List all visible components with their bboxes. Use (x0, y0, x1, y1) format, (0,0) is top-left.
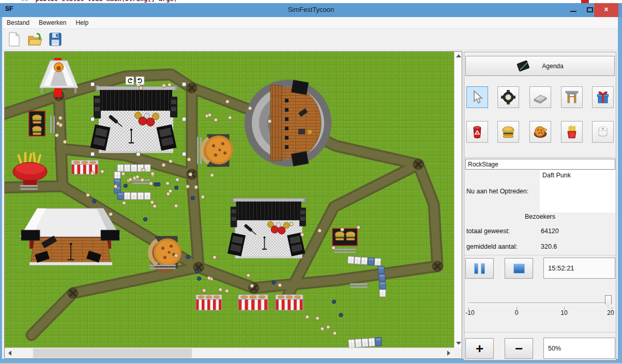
tool-pizza-stand[interactable] (529, 121, 551, 143)
stage-rockstage[interactable] (90, 85, 177, 153)
stop-button[interactable] (505, 258, 533, 279)
visitor-dot (122, 201, 126, 205)
cursor-icon (469, 89, 485, 105)
visitor-dot (340, 228, 344, 231)
visitor-dot (153, 204, 157, 208)
open-file-icon (27, 32, 42, 47)
hotdog-stand-top[interactable] (71, 160, 98, 174)
visitor-dot (306, 315, 309, 318)
visitor-dot (278, 283, 282, 287)
burger-icon (500, 124, 516, 140)
average-visitors-value: 320.6 (541, 243, 557, 250)
visitor-dot (332, 300, 336, 304)
visitor-dot (268, 119, 271, 123)
zoom-level-input[interactable] (543, 338, 615, 359)
side-panel: Agenda (464, 52, 616, 360)
zoom-in-button[interactable]: + (465, 338, 494, 359)
rotate-left-button[interactable] (126, 77, 134, 85)
rotate-right-button[interactable] (136, 77, 144, 85)
scroll-down-icon[interactable] (456, 342, 461, 345)
tool-gift-shop[interactable] (592, 86, 614, 108)
stage-2[interactable] (227, 198, 306, 259)
open-file-button[interactable] (26, 31, 43, 48)
slider-thumb[interactable] (605, 295, 612, 308)
visitor-dot (248, 107, 252, 110)
minus-icon: − (515, 343, 523, 354)
visitor-dot (139, 86, 143, 90)
red-tent-stage[interactable] (20, 208, 120, 265)
visitor-dot (168, 83, 171, 86)
visitor-dot (169, 159, 172, 163)
titlebar[interactable]: SF SimFestTycoon × (0, 3, 622, 17)
visitor-dot (174, 254, 178, 257)
visitor-dot (55, 133, 58, 137)
scroll-up-icon[interactable] (456, 54, 461, 57)
minimize-button[interactable] (566, 3, 582, 17)
hotdog-stand-2[interactable] (238, 295, 268, 310)
tool-entrance-gate[interactable] (561, 86, 583, 108)
visitor-dot (210, 173, 214, 177)
hotdog-stand-1[interactable] (196, 295, 222, 310)
visitor-dot (318, 229, 322, 233)
visitor-dot (225, 289, 229, 293)
toilet-paper-icon (595, 124, 611, 140)
total-visitors-label: totaal geweest: (466, 228, 510, 235)
visitor-dot (191, 196, 194, 200)
visitor-dot (219, 288, 222, 292)
hotdog-stand-3[interactable] (276, 295, 303, 310)
stage-name-input[interactable] (465, 159, 615, 170)
save-button[interactable] (47, 31, 64, 48)
scroll-right-icon[interactable] (447, 351, 450, 356)
menu-bestand[interactable]: Bestand (2, 18, 34, 28)
agenda-button[interactable]: Agenda (465, 56, 615, 76)
close-button[interactable]: × (594, 3, 618, 17)
visitor-dot (187, 158, 191, 161)
tool-spotlight-stage[interactable] (497, 86, 519, 108)
menu-bewerken[interactable]: Bewerken (34, 18, 71, 28)
zoom-out-button[interactable]: − (505, 338, 533, 359)
pause-icon (474, 263, 485, 274)
tool-trash-can[interactable] (466, 121, 488, 143)
clock-display: 15:52:21 (543, 257, 615, 279)
tool-road-tile[interactable] (529, 86, 551, 108)
divider (464, 332, 616, 332)
pause-button[interactable] (465, 258, 494, 279)
tool-fries-stand[interactable] (561, 121, 583, 143)
visitor-dot (109, 213, 112, 216)
visitor-dot (247, 274, 250, 277)
pizza-icon (533, 124, 548, 140)
visitor-dot (63, 140, 67, 144)
visitor-dot (124, 184, 127, 188)
tool-burger-stand[interactable] (497, 121, 519, 143)
amphitheater-stage[interactable] (245, 80, 331, 166)
agenda-book-icon (517, 59, 530, 73)
tool-toilet[interactable] (592, 121, 614, 143)
stop-icon (513, 264, 525, 274)
burger-stand-2[interactable] (332, 229, 357, 253)
visitor-dot (174, 204, 178, 208)
menubar: Bestand Bewerken Help (2, 17, 618, 29)
visitor-dot (135, 175, 139, 179)
visitors-header: Bezoekers (464, 213, 616, 220)
visitor-dot (321, 327, 324, 330)
visitor-dot (198, 277, 201, 280)
map-vertical-scrollbar[interactable] (454, 52, 462, 347)
plus-icon: + (476, 343, 483, 354)
visitor-dot (331, 246, 335, 250)
speed-slider[interactable] (467, 290, 614, 311)
visitor-dot (129, 178, 132, 181)
new-file-button[interactable] (5, 31, 23, 48)
now-performing-label: Nu aan het Optreden: (466, 188, 528, 195)
festival-map[interactable] (5, 52, 454, 347)
slider-track[interactable] (468, 302, 612, 304)
horizontal-scroll-thumb[interactable] (33, 348, 192, 358)
visitor-dot (141, 178, 144, 181)
visitor-dot (316, 316, 320, 320)
visitor-dot (122, 172, 125, 176)
tool-select-cursor[interactable] (466, 86, 488, 108)
visitor-dot (142, 168, 145, 172)
map-horizontal-scrollbar[interactable] (5, 347, 454, 358)
scroll-left-icon[interactable] (8, 351, 11, 356)
visitor-dot (250, 284, 254, 287)
menu-help[interactable]: Help (71, 18, 93, 28)
